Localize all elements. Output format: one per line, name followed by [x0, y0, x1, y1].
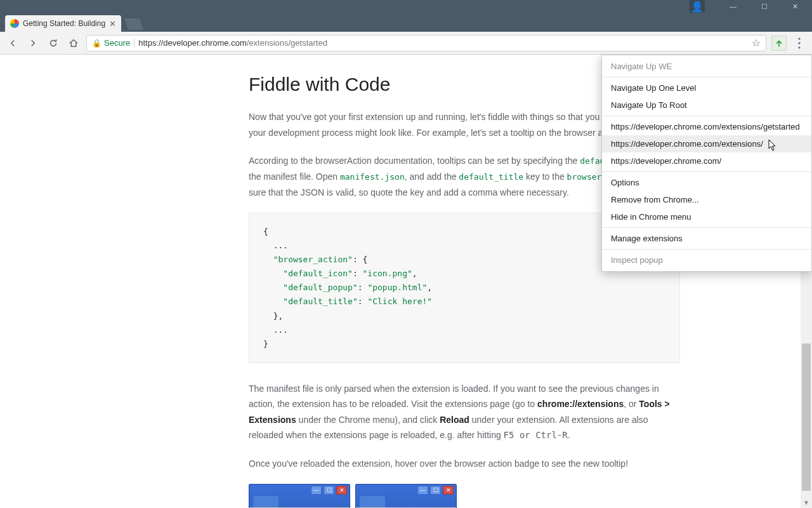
chrome-menu-button[interactable] — [792, 36, 807, 51]
popup-nav-one-level[interactable]: Navigate Up One Level — [602, 79, 811, 97]
tab-title: Getting Started: Building — [23, 19, 105, 28]
tab-close-icon[interactable]: ✕ — [109, 19, 116, 29]
divider — [134, 39, 134, 48]
popup-hide[interactable]: Hide in Chrome menu — [602, 208, 811, 225]
svg-point-0 — [798, 37, 800, 39]
close-button[interactable]: ✕ — [781, 0, 809, 13]
user-badge[interactable]: 👤 — [690, 0, 705, 13]
minimize-button[interactable]: — — [719, 0, 747, 13]
svg-point-1 — [798, 42, 800, 44]
forward-button[interactable] — [25, 36, 41, 51]
tabstrip: Getting Started: Building ✕ — [0, 13, 812, 32]
paragraph-4: Once you've reloaded the extension, hove… — [249, 456, 680, 472]
popup-inspect: Inspect popup — [602, 251, 811, 269]
back-button[interactable] — [5, 36, 20, 51]
tab-getting-started[interactable]: Getting Started: Building ✕ — [5, 15, 121, 32]
lock-icon: 🔒 — [92, 39, 102, 48]
paragraph-3: The manifest file is only parsed when th… — [249, 381, 680, 443]
popup-remove[interactable]: Remove from Chrome... — [602, 191, 811, 208]
secure-label: Secure — [104, 38, 130, 48]
screenshot-after: —☐✕ ☆ Click here! — [355, 484, 457, 508]
extension-context-menu: Navigate Up WE Navigate Up One Level Nav… — [601, 55, 812, 272]
bookmark-star-icon[interactable]: ☆ — [752, 37, 761, 49]
toolbar: 🔒 Secure https://developer.chrome.com/ex… — [0, 32, 812, 55]
popup-nav-root[interactable]: Navigate Up To Root — [602, 97, 811, 114]
scroll-thumb[interactable] — [802, 344, 811, 491]
popup-url-0[interactable]: https://developer.chrome.com/extensions/… — [602, 118, 811, 135]
screenshot-row: —☐✕ ☆ Getting started example —☐✕ ☆ Clic… — [249, 484, 680, 508]
maximize-button[interactable]: ☐ — [750, 0, 778, 13]
popup-url-1[interactable]: https://developer.chrome.com/extensions/ — [602, 135, 811, 152]
scroll-down-icon[interactable]: ▼ — [801, 497, 812, 508]
reload-button[interactable] — [46, 36, 61, 51]
popup-url-2[interactable]: https://developer.chrome.com/ — [602, 152, 811, 170]
titlebar: 👤 — ☐ ✕ — [0, 0, 812, 13]
new-tab-button[interactable] — [124, 18, 144, 30]
svg-point-2 — [798, 46, 800, 48]
home-button[interactable] — [66, 36, 81, 51]
popup-manage[interactable]: Manage extensions — [602, 230, 811, 247]
popup-options[interactable]: Options — [602, 174, 811, 191]
navigate-up-extension-button[interactable] — [771, 36, 787, 51]
popup-header: Navigate Up WE — [602, 58, 811, 75]
content-area: Fiddle with Code Now that you've got you… — [0, 55, 812, 508]
omnibox[interactable]: 🔒 Secure https://developer.chrome.com/ex… — [86, 35, 766, 51]
screenshot-before: —☐✕ ☆ Getting started example — [249, 484, 350, 508]
url-text: https://developer.chrome.com/extensions/… — [138, 38, 327, 48]
